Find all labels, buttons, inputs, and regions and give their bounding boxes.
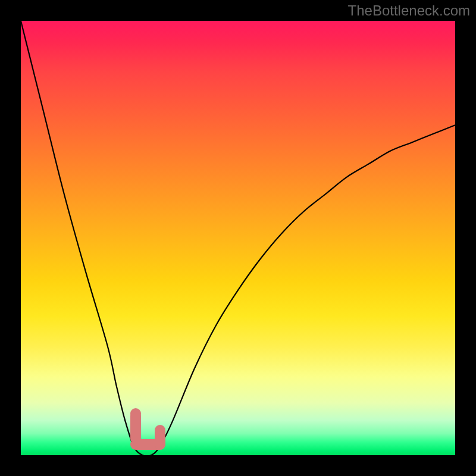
optimal-range-marker [21,21,455,455]
plot-area [21,21,455,455]
watermark-text: TheBottleneck.com [348,2,470,19]
svg-point-4 [155,425,165,436]
svg-point-1 [130,408,141,419]
chart-container: TheBottleneck.com [0,0,476,476]
